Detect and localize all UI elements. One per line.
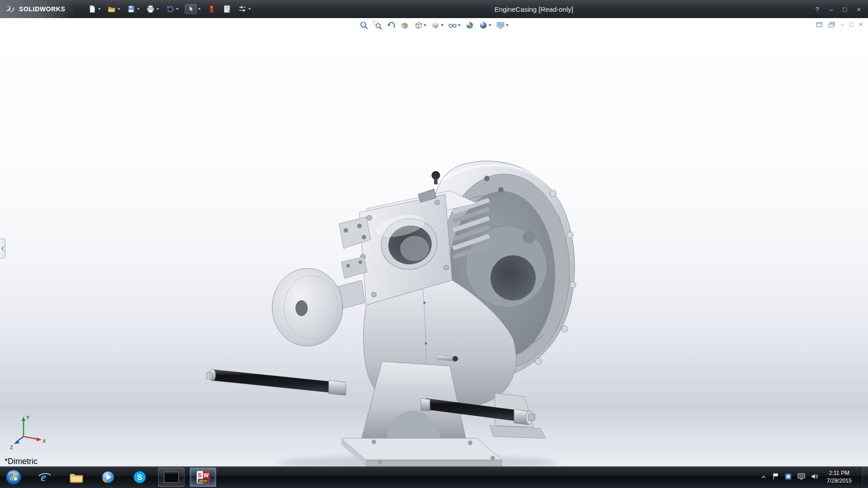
chevron-down-icon[interactable] (424, 24, 426, 26)
command-prompt-window-icon (164, 471, 179, 483)
engine-casing-model[interactable] (206, 149, 599, 466)
chevron-down-icon[interactable] (248, 8, 251, 10)
window-controls: ? – □ × (815, 6, 868, 13)
view-settings-monitor-icon (496, 21, 505, 30)
chevron-down-icon[interactable] (506, 24, 509, 26)
view-settings-button[interactable] (495, 20, 509, 30)
open-button[interactable] (106, 4, 121, 14)
doc-restore-button[interactable]: □ (849, 21, 853, 28)
media-player-icon (101, 470, 115, 484)
select-tool-frame (185, 4, 197, 14)
chevron-down-icon[interactable] (458, 24, 461, 26)
taskbar-item-solidworks[interactable]: S W 2015 (190, 468, 216, 487)
chevron-down-icon[interactable] (98, 8, 101, 10)
triad-z-axis: Z (10, 436, 24, 450)
doc-close-button[interactable]: × (859, 21, 863, 28)
tray-app-status-button[interactable] (785, 473, 792, 482)
solidworks-logo-text: SOLIDWORKS (19, 5, 65, 13)
new-window-icon[interactable] (816, 22, 823, 28)
new-document-icon (88, 5, 97, 14)
restore-button[interactable]: □ (843, 6, 847, 13)
svg-text:S: S (198, 472, 202, 479)
solidworks-logo: SOLIDWORKS (0, 0, 75, 18)
volume-icon (811, 473, 819, 480)
print-button[interactable] (145, 4, 160, 14)
print-icon (146, 5, 155, 14)
svg-text:Z: Z (10, 445, 13, 450)
save-icon (127, 5, 136, 14)
display-icon (797, 473, 805, 480)
chevron-down-icon[interactable] (118, 8, 120, 10)
view-orientation-label: *Dimetric (5, 457, 38, 466)
tray-display-button[interactable] (797, 473, 805, 482)
zoom-to-fit-button[interactable] (359, 20, 369, 30)
taskbar-item-file-explorer[interactable] (63, 468, 90, 487)
chevron-down-icon[interactable] (156, 8, 159, 10)
help-button[interactable]: ? (815, 6, 819, 13)
display-style-button[interactable] (430, 20, 444, 30)
taskbar-item-internet-explorer[interactable]: e (32, 468, 58, 487)
window-title: EngineCasing [Read-only] (495, 5, 573, 13)
main-toolbar (87, 3, 252, 15)
svg-text:2015: 2015 (199, 479, 207, 483)
action-center-button[interactable] (772, 473, 779, 482)
chevron-down-icon[interactable] (489, 24, 491, 26)
show-hidden-icons-button[interactable] (761, 473, 766, 481)
zoom-to-area-button[interactable] (373, 20, 382, 30)
heads-up-view-toolbar (359, 20, 509, 30)
taskbar-item-skype[interactable]: S (127, 468, 153, 487)
solidworks-app-icon: S W 2015 (196, 470, 210, 484)
new-document-button[interactable] (87, 4, 102, 14)
svg-text:S: S (137, 473, 142, 482)
chevron-down-icon[interactable] (137, 8, 140, 10)
hide-show-items-button[interactable] (448, 20, 461, 30)
show-desktop-button[interactable] (861, 466, 868, 488)
apply-scene-button[interactable] (478, 20, 492, 30)
view-orientation-cube-icon (414, 21, 423, 30)
red-tool-icon (207, 5, 216, 14)
previous-view-icon (387, 21, 396, 30)
minimize-button[interactable]: – (829, 6, 833, 13)
tray-volume-button[interactable] (811, 473, 819, 482)
view-orientation-button[interactable] (413, 20, 427, 30)
taskbar-item-media-player[interactable] (95, 468, 121, 487)
select-tool-button[interactable] (184, 3, 202, 15)
taskbar-item-command-prompt[interactable] (158, 468, 184, 487)
select-cursor-icon (187, 5, 195, 13)
file-properties-icon (222, 5, 231, 14)
start-button[interactable] (4, 467, 24, 488)
task-pane-flyout-tab[interactable] (0, 239, 5, 258)
taskbar: e S (0, 466, 868, 488)
previous-view-button[interactable] (386, 20, 396, 30)
options-sliders-icon (238, 5, 247, 14)
skype-icon: S (133, 470, 146, 484)
app-status-icon (785, 473, 792, 480)
close-button[interactable]: × (857, 6, 861, 13)
taskbar-apps: e S (32, 468, 216, 487)
triad-y-axis: Y (22, 415, 30, 436)
options-button[interactable] (237, 4, 252, 14)
graphics-area[interactable]: – □ × (0, 18, 868, 466)
taskbar-clock[interactable]: 2:11 PM 7/28/2015 (826, 469, 852, 485)
flag-icon (772, 473, 779, 480)
save-button[interactable] (126, 4, 141, 14)
svg-text:e: e (41, 470, 46, 484)
chevron-down-icon[interactable] (198, 8, 201, 10)
undo-button[interactable] (165, 4, 179, 14)
doc-minimize-button[interactable]: – (841, 21, 844, 28)
triad-x-axis: X (24, 436, 46, 444)
hide-show-glasses-icon (448, 21, 457, 30)
edit-appearance-ball-icon (465, 21, 474, 30)
windows-start-orb-icon (5, 469, 22, 486)
chevron-down-icon[interactable] (441, 24, 443, 26)
clock-date: 7/28/2015 (826, 477, 852, 485)
document-window-controls: – □ × (816, 21, 863, 28)
section-view-icon (400, 21, 409, 30)
section-view-button[interactable] (400, 20, 410, 30)
file-properties-button[interactable] (222, 4, 232, 14)
edit-appearance-button[interactable] (465, 20, 475, 30)
solidworks-rx-button[interactable] (206, 4, 217, 14)
cascade-windows-icon[interactable] (828, 22, 835, 28)
svg-text:Y: Y (26, 415, 30, 420)
chevron-down-icon[interactable] (176, 8, 179, 10)
